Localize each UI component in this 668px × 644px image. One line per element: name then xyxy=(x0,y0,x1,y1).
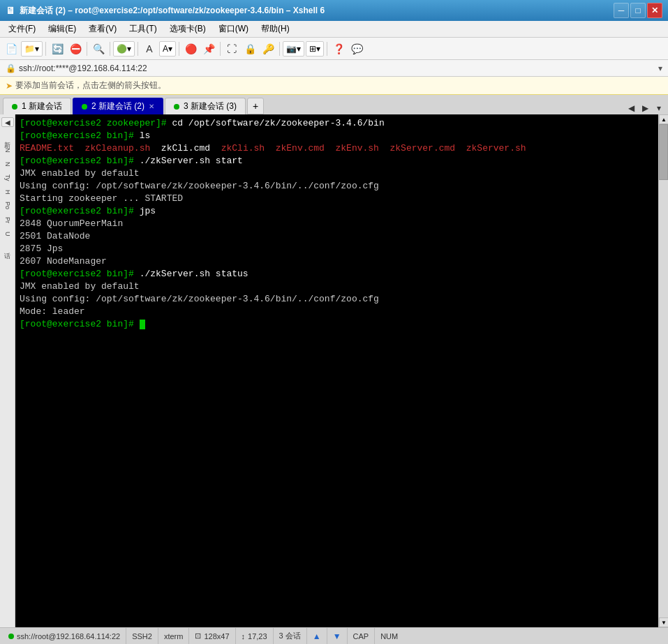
download-arrow-icon: ▼ xyxy=(333,631,341,641)
disconnect-button[interactable]: ⛔ xyxy=(67,40,84,57)
sidebar-ty[interactable]: Ty xyxy=(1,172,14,184)
lock-icon: 🔒 xyxy=(6,63,16,73)
reconnect-button[interactable]: 🔄 xyxy=(49,40,66,57)
menu-help[interactable]: 帮助(H) xyxy=(255,22,295,36)
font-button[interactable]: A xyxy=(141,40,158,57)
right-scrollbar: ▲ ▼ xyxy=(658,114,668,627)
close-button[interactable]: ✕ xyxy=(647,3,662,18)
sidebar-n2[interactable]: N xyxy=(1,158,14,170)
color-dropdown[interactable]: 🟢▾ xyxy=(113,41,135,57)
title-bar-controls: ─ □ ✕ xyxy=(614,3,662,18)
tab-2-close[interactable]: ✕ xyxy=(149,103,154,110)
screenshot-dropdown[interactable]: 📷▾ xyxy=(283,41,304,57)
terminal-line-2: [root@exercise2 bin]# ls xyxy=(20,130,654,142)
status-terminal: xterm xyxy=(158,628,190,644)
new-session-button[interactable]: 📄 xyxy=(3,40,20,57)
menu-tools[interactable]: 工具(T) xyxy=(124,22,162,36)
status-sessions-text: 3 会话 xyxy=(279,631,301,641)
menu-view[interactable]: 查看(V) xyxy=(83,22,122,36)
toolbar-separator-2 xyxy=(87,42,87,56)
session-dropdown[interactable]: 📁▾ xyxy=(21,41,43,57)
status-download: ▼ xyxy=(327,628,348,644)
terminal-line-5: JMX enabled by default xyxy=(20,167,654,180)
search-button[interactable]: 🔍 xyxy=(90,40,107,57)
terminal-line-11: 2875 Jps xyxy=(20,243,654,255)
terminal-line-17: [root@exercise2 bin]# xyxy=(20,318,654,331)
sidebar-h[interactable]: H xyxy=(1,186,14,198)
tab-menu-button[interactable]: ▾ xyxy=(653,102,665,114)
toolbar-separator-4 xyxy=(138,42,138,56)
address-bar: 🔒 ssh://root:****@192.168.64.114:22 ▾ xyxy=(0,60,668,77)
sidebar-pr[interactable]: Pr xyxy=(1,214,14,226)
toolbar-separator-6 xyxy=(220,42,221,56)
status-size-icon: ⊡ xyxy=(195,631,201,641)
window-title: 新建会话 (2) – root@exercise2:/opt/software/… xyxy=(20,5,325,17)
scrollbar-down-button[interactable]: ▼ xyxy=(659,617,668,627)
tab-1-dot xyxy=(12,104,17,110)
menu-tabs[interactable]: 选项卡(B) xyxy=(164,22,211,36)
lock-button[interactable]: 🔒 xyxy=(242,40,258,57)
status-upload: ▲ xyxy=(307,628,327,644)
status-size-text: 128x47 xyxy=(204,632,229,641)
title-bar-left: 🖥 新建会话 (2) – root@exercise2:/opt/softwar… xyxy=(6,5,325,17)
sidebar-n1[interactable]: N xyxy=(1,144,14,156)
status-num: NUM xyxy=(375,628,403,644)
title-bar: 🖥 新建会话 (2) – root@exercise2:/opt/softwar… xyxy=(0,0,668,21)
terminal-cursor xyxy=(140,320,145,329)
stop-button[interactable]: 🔴 xyxy=(182,40,199,57)
tab-bar: 1 新建会话 2 新建会话 (2) ✕ 3 新建会话 (3) + ◀ ▶ ▾ xyxy=(0,95,668,114)
status-terminal-text: xterm xyxy=(164,632,184,641)
terminal-line-12: 2607 NodeManager xyxy=(20,255,654,268)
toolbar-separator-8 xyxy=(327,42,327,56)
font-dropdown[interactable]: A▾ xyxy=(159,41,176,57)
expand-button[interactable]: ⛶ xyxy=(223,40,240,57)
toolbar-separator-3 xyxy=(110,42,110,56)
terminal-line-13: [root@exercise2 bin]# ./zkServer.sh stat… xyxy=(20,268,654,280)
key-button[interactable]: 🔑 xyxy=(260,40,276,57)
status-num-text: NUM xyxy=(380,632,398,641)
address-text: ssh://root:****@192.168.64.114:22 xyxy=(19,63,655,73)
chat-button[interactable]: 💬 xyxy=(348,40,365,57)
terminal-line-8: [root@exercise2 bin]# jps xyxy=(20,205,654,218)
menu-window[interactable]: 窗口(W) xyxy=(213,22,254,36)
menu-edit[interactable]: 编辑(E) xyxy=(43,22,82,36)
tab-3[interactable]: 3 新建会话 (3) xyxy=(165,98,246,114)
maximize-button[interactable]: □ xyxy=(630,3,646,18)
tab-3-dot xyxy=(174,104,179,110)
tab-add-button[interactable]: + xyxy=(247,98,264,114)
sidebar-collapse-button[interactable]: ◀ xyxy=(1,117,14,127)
bookmark-button[interactable]: 📌 xyxy=(200,40,217,57)
sidebar-talk[interactable]: 话 xyxy=(1,241,14,254)
status-sessions: 3 会话 xyxy=(274,628,307,644)
main-layout: ◀ 新 N N Ty H Po Pr U 话 [root@exercise2 z… xyxy=(0,114,668,627)
layout-dropdown[interactable]: ⊞▾ xyxy=(306,41,324,57)
tab-2[interactable]: 2 新建会话 (2) ✕ xyxy=(73,98,163,114)
tab-2-label: 2 新建会话 (2) xyxy=(91,100,144,112)
status-protocol: SSH2 xyxy=(126,628,158,644)
tab-prev-button[interactable]: ◀ xyxy=(625,102,637,114)
terminal-area[interactable]: [root@exercise2 zookeeper]# cd /opt/soft… xyxy=(15,114,658,627)
status-caps: CAP xyxy=(348,628,376,644)
upload-arrow-icon: ▲ xyxy=(313,631,321,641)
scrollbar-thumb[interactable] xyxy=(659,124,668,180)
scrollbar-track[interactable] xyxy=(659,124,668,617)
terminal-line-9: 2848 QuorumPeerMain xyxy=(20,218,654,230)
terminal-line-4: [root@exercise2 bin]# ./zkServer.sh star… xyxy=(20,155,654,167)
address-dropdown-arrow[interactable]: ▾ xyxy=(658,63,662,73)
notification-bar: ➤ 要添加当前会话，点击左侧的箭头按钮。 xyxy=(0,77,668,95)
sidebar-po[interactable]: Po xyxy=(1,200,14,212)
help-button[interactable]: ❓ xyxy=(330,40,347,57)
minimize-button[interactable]: ─ xyxy=(614,3,629,18)
sidebar-new[interactable]: 新 xyxy=(1,130,14,142)
tab-1-label: 1 新建会话 xyxy=(22,100,62,112)
tab-1[interactable]: 1 新建会话 xyxy=(3,98,71,114)
menu-file[interactable]: 文件(F) xyxy=(3,22,41,36)
scrollbar-up-button[interactable]: ▲ xyxy=(659,114,668,124)
sidebar-u[interactable]: U xyxy=(1,227,14,240)
tab-next-button[interactable]: ▶ xyxy=(639,102,651,114)
status-position-text: 17,23 xyxy=(248,632,267,641)
notification-icon: ➤ xyxy=(6,81,13,91)
left-sidebar: ◀ 新 N N Ty H Po Pr U 话 xyxy=(0,114,15,627)
status-caps-text: CAP xyxy=(353,632,369,641)
connection-status-dot xyxy=(8,634,14,639)
